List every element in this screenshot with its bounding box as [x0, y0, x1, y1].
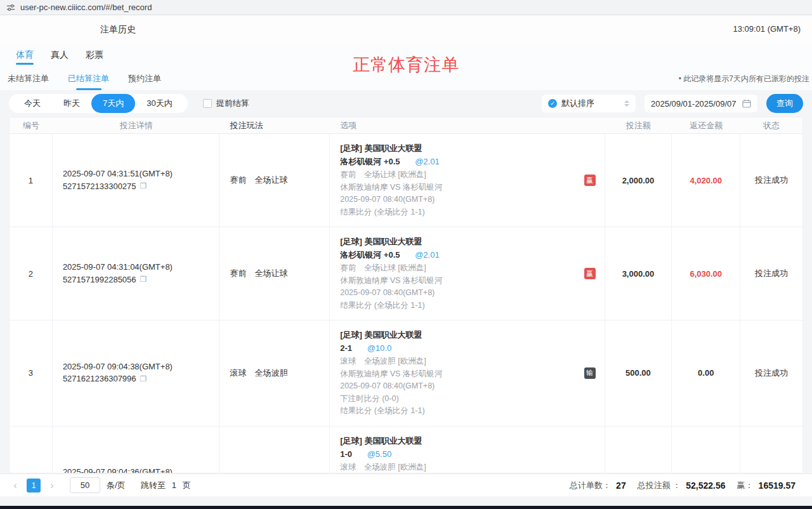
option-detail-lines: 滚球 全场波胆 [欧洲盘]休斯敦迪纳摩 VS 洛杉矶银河2025-09-07 0…	[340, 461, 576, 474]
option-line: 赛前 全场让球 [欧洲盘]	[340, 262, 576, 275]
early-settlement-label: 提前结算	[216, 98, 249, 109]
league-name: [足球] 美国职业大联盟	[340, 235, 576, 248]
option-line: 结果比分 (全场比分 1-1)	[340, 405, 576, 418]
payout-amount: 4,020.00	[672, 134, 740, 227]
pick-selection: 2-1	[340, 343, 352, 353]
total-count-label: 总计单数：	[570, 480, 611, 491]
bet-time: 2025-09-07 04:31:51(GMT+8)	[63, 169, 209, 178]
sort-dropdown[interactable]: ✓ 默认排序	[542, 95, 636, 112]
bet-play-type: 赛前 全场让球	[219, 134, 330, 227]
option-line: 结果比分 (全场比分 1-1)	[340, 206, 576, 219]
copy-icon[interactable]: ❐	[140, 275, 147, 284]
subtab-已结算注单[interactable]: 已结算注单	[67, 67, 110, 90]
stake-amount: 500.00	[605, 426, 672, 474]
page-size-input[interactable]	[70, 477, 100, 493]
next-page-icon[interactable]: ›	[47, 479, 57, 492]
stake-amount: 2,000.00	[605, 134, 672, 227]
page-size-label: 条/页	[107, 480, 126, 491]
total-win-value: 16519.57	[759, 480, 796, 491]
stake-amount: 3,000.00	[605, 227, 672, 320]
bet-number: 1	[10, 134, 53, 227]
option-line: 2025-09-07 08:40(GMT+8)	[340, 287, 576, 300]
payout-notice: • 此记录将显示7天内所有已派彩的投注	[679, 74, 809, 84]
subtab-未结算注单[interactable]: 未结算注单	[6, 67, 50, 90]
summary-totals: 总计单数： 27 总投注额 ： 52,522.56 赢： 16519.57	[570, 480, 802, 491]
bet-status: 投注成功	[740, 227, 802, 320]
column-header: 编号	[10, 120, 53, 131]
option-detail-lines: 滚球 全场波胆 [欧洲盘]休斯敦迪纳摩 VS 洛杉矶银河2025-09-07 0…	[340, 355, 576, 418]
early-settlement-checkbox[interactable]: 提前结算	[203, 98, 249, 109]
league-name: [足球] 美国职业大联盟	[340, 435, 576, 447]
table-row: 1 2025-09-07 04:31:51(GMT+8) 52715721333…	[10, 134, 802, 227]
option-detail-lines: 赛前 全场让球 [欧洲盘]休斯敦迪纳摩 VS 洛杉矶银河2025-09-07 0…	[340, 262, 576, 312]
table-body: 1 2025-09-07 04:31:51(GMT+8) 52715721333…	[10, 134, 802, 473]
copy-icon[interactable]: ❐	[140, 182, 147, 190]
footer-bar: ‹ 1 › 条/页 跳转至 1 页 总计单数： 27 总投注额 ： 52,522…	[0, 473, 812, 496]
table-row: 2 2025-09-07 04:31:04(GMT+8) 52715719922…	[10, 227, 802, 321]
bet-detail-cell: 2025-09-07 09:04:38(GMT+8) 5271621236307…	[53, 321, 220, 426]
site-settings-icon[interactable]	[6, 3, 15, 12]
tab-真人[interactable]: 真人	[51, 50, 69, 66]
range-7天内[interactable]: 7天内	[91, 94, 135, 113]
overlay-annotation: 正常体育注单	[353, 53, 459, 76]
bet-detail-cell: 2025-09-07 04:31:04(GMT+8) 5271571992285…	[53, 227, 220, 320]
bet-option-cell: [足球] 美国职业大联盟 洛杉矶银河 +0.5 @2.01 赛前 全场让球 [欧…	[330, 227, 605, 320]
option-detail-lines: 赛前 全场让球 [欧洲盘]休斯敦迪纳摩 VS 洛杉矶银河2025-09-07 0…	[340, 169, 576, 218]
total-win-label: 赢：	[737, 480, 754, 491]
checkbox-icon[interactable]	[203, 99, 212, 108]
screen: user-pc-new.ciiicc.com/#/bet_record 注单历史…	[0, 0, 812, 509]
copy-icon[interactable]: ❐	[140, 374, 147, 383]
pick-selection: 1-0	[340, 449, 352, 459]
filter-row: 今天昨天7天内30天内 提前结算 ✓ 默认排序 2025/09/01-2025/…	[0, 90, 812, 117]
bet-option-cell: [足球] 美国职业大联盟 2-1 @10.0 滚球 全场波胆 [欧洲盘]休斯敦迪…	[330, 321, 605, 426]
jump-to-label: 跳转至	[141, 480, 166, 491]
bet-detail-cell: 2025-09-07 09:04:36(GMT+8) ❐	[53, 426, 220, 474]
prev-page-icon[interactable]: ‹	[10, 479, 20, 492]
result-badge: 赢	[584, 175, 596, 186]
pick-selection: 洛杉矶银河 +0.5	[340, 157, 400, 166]
odds-value: @2.01	[415, 250, 440, 260]
column-header: 投注额	[605, 120, 672, 131]
payout-amount: 0.00	[672, 426, 740, 474]
bet-option-cell: [足球] 美国职业大联盟 1-0 @5.50 滚球 全场波胆 [欧洲盘]休斯敦迪…	[330, 426, 605, 474]
stake-amount: 500.00	[605, 321, 672, 426]
bet-id: 5271572133300275	[63, 182, 136, 191]
tab-体育[interactable]: 体育	[16, 50, 34, 66]
subtab-预约注单[interactable]: 预约注单	[127, 67, 162, 90]
total-count-value: 27	[616, 480, 626, 491]
option-line: 下注时比分 (0-0)	[340, 393, 576, 406]
date-range-input[interactable]: 2025/09/01-2025/09/07	[645, 95, 757, 112]
bet-time: 2025-09-07 09:04:38(GMT+8)	[63, 362, 209, 371]
column-header: 投注玩法	[219, 120, 330, 131]
option-line: 赛前 全场让球 [欧洲盘]	[340, 169, 576, 182]
column-header: 状态	[740, 120, 802, 131]
bet-time: 2025-09-07 09:04:36(GMT+8)	[63, 467, 209, 473]
bet-play-type: 滚球 全场波胆	[219, 426, 330, 474]
tab-彩票[interactable]: 彩票	[86, 50, 103, 66]
search-button[interactable]: 查询	[766, 94, 803, 113]
range-今天[interactable]: 今天	[13, 94, 52, 113]
option-line: 结果比分 (全场比分 1-1)	[340, 300, 576, 312]
browser-url-bar[interactable]: user-pc-new.ciiicc.com/#/bet_record	[0, 0, 812, 15]
url-text[interactable]: user-pc-new.ciiicc.com/#/bet_record	[20, 3, 152, 12]
option-line: 滚球 全场波胆 [欧洲盘]	[340, 461, 576, 474]
bet-id: 5271621236307996	[63, 374, 136, 383]
table-row: 3 2025-09-07 09:04:38(GMT+8) 52716212363…	[10, 321, 802, 426]
bet-id: 5271571992285056	[63, 275, 136, 284]
bet-table: 编号投注详情投注玩法选项投注额返还金额状态 1 2025-09-07 04:31…	[9, 117, 803, 473]
server-time: 13:09:01 (GMT+8)	[733, 24, 801, 34]
jump-page-value[interactable]: 1	[172, 480, 176, 490]
range-30天内[interactable]: 30天内	[135, 94, 183, 113]
bet-number: 2	[10, 227, 53, 320]
bottom-strip	[0, 506, 812, 509]
range-昨天[interactable]: 昨天	[52, 94, 91, 113]
bet-time: 2025-09-07 04:31:04(GMT+8)	[63, 262, 209, 272]
column-header: 投注详情	[53, 120, 220, 131]
result-badge: 输	[584, 367, 596, 379]
sub-tabs: 未结算注单已结算注单预约注单	[6, 67, 162, 90]
bet-option-cell: [足球] 美国职业大联盟 洛杉矶银河 +0.5 @2.01 赛前 全场让球 [欧…	[330, 134, 605, 227]
bet-status: 投注成功	[740, 134, 802, 227]
total-stake-label: 总投注额 ：	[638, 480, 681, 491]
odds-value: @5.50	[367, 449, 392, 459]
page-number-button[interactable]: 1	[27, 479, 41, 492]
